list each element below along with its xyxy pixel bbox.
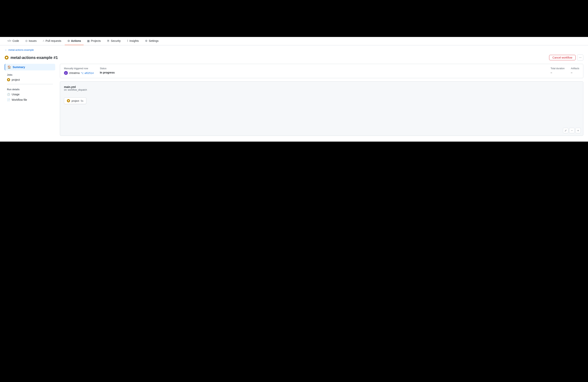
cancel-workflow-button[interactable]: Cancel workflow (549, 55, 576, 60)
nav-label-projects: Projects (91, 39, 101, 42)
trigger-label: Manually triggered now (64, 67, 94, 70)
artifacts-label: Artifacts (571, 67, 579, 70)
trigger-row: c ctreatma ⌥ af02514 (64, 71, 94, 75)
viz-job-status-indicator (67, 99, 70, 102)
security-icon: ⛨ (107, 39, 110, 42)
viz-job-time: 5s (81, 99, 84, 102)
artifacts-section: Artifacts – (571, 67, 579, 74)
viz-expand-button[interactable]: ⤢ (563, 128, 568, 133)
sidebar-item-summary[interactable]: 🏠 Summary (5, 64, 55, 70)
status-section: Status In progress (100, 67, 544, 74)
workflow-file-icon: 📄 (7, 98, 10, 101)
repo-nav: </> Code ⊙ Issues ⑃ Pull requests ⊙ Acti… (0, 37, 588, 45)
nav-item-settings[interactable]: ⚙ Settings (142, 37, 161, 45)
plus-icon: + (577, 129, 579, 132)
username: ctreatma (69, 71, 80, 74)
viz-controls: ⤢ − + (563, 128, 581, 133)
nav-item-actions[interactable]: ⊙ Actions (65, 37, 84, 45)
sidebar-summary-label: Summary (13, 65, 25, 69)
nav-item-code[interactable]: </> Code (5, 37, 22, 45)
sidebar-item-workflow-file[interactable]: 📄 Workflow file (5, 97, 55, 103)
sidebar-item-usage[interactable]: 🕐 Usage (5, 92, 55, 97)
nav-item-issues[interactable]: ⊙ Issues (22, 37, 39, 45)
sidebar-jobs-label: Jobs (5, 71, 55, 77)
breadcrumb[interactable]: ← metal-actions-example (5, 48, 583, 51)
nav-item-security[interactable]: ⛨ Security (104, 37, 124, 45)
artifacts-value: – (571, 71, 579, 74)
nav-item-pull-requests[interactable]: ⑃ Pull requests (40, 37, 64, 45)
github-page: </> Code ⊙ Issues ⑃ Pull requests ⊙ Acti… (0, 37, 588, 142)
page-title: metal-actions-example #1 (10, 55, 58, 60)
page-header: metal-actions-example #1 Cancel workflow… (0, 53, 588, 64)
pull-requests-icon: ⑃ (43, 39, 44, 42)
viz-zoom-out-button[interactable]: − (569, 128, 575, 133)
issues-icon: ⊙ (25, 39, 28, 42)
repo-name: metal-actions-example (10, 55, 53, 60)
nav-label-settings: Settings (149, 39, 159, 42)
duration-value: – (551, 71, 565, 74)
breadcrumb-area: ← metal-actions-example (0, 45, 588, 53)
breadcrumb-text: metal-actions-example (8, 48, 34, 51)
sidebar-workflow-file-label: Workflow file (12, 98, 27, 101)
sidebar-run-details-label: Run details (5, 86, 55, 92)
sidebar-divider (7, 84, 53, 84)
nav-label-security: Security (111, 39, 121, 42)
viz-header: main.yml on: workflow_dispatch (64, 85, 579, 91)
commit-ref-icon: ⌥ (81, 72, 84, 74)
nav-label-issues: Issues (29, 39, 37, 42)
more-options-icon: ··· (579, 56, 581, 59)
job-status-indicator (7, 78, 10, 81)
actions-icon: ⊙ (67, 39, 70, 42)
status-label: Status (100, 67, 544, 70)
breadcrumb-arrow: ← (5, 48, 7, 51)
info-card: Manually triggered now c ctreatma ⌥ af02… (60, 64, 583, 78)
commit-hash: af02514 (84, 72, 94, 74)
content-area: Manually triggered now c ctreatma ⌥ af02… (60, 64, 583, 137)
main-layout: 🏠 Summary Jobs project Run details 🕐 Usa… (0, 64, 588, 142)
commit-ref: ⌥ af02514 (81, 72, 94, 74)
header-actions: Cancel workflow ··· (549, 54, 583, 61)
sidebar-usage-label: Usage (12, 93, 20, 96)
clock-icon: 🕐 (7, 93, 10, 96)
info-card-grid: Manually triggered now c ctreatma ⌥ af02… (64, 67, 579, 75)
viz-subtitle: on: workflow_dispatch (64, 88, 579, 91)
nav-label-pull-requests: Pull requests (45, 39, 61, 42)
bottom-black-bar (0, 142, 588, 196)
duration-section: Total duration – (551, 67, 565, 74)
run-number: #1 (53, 55, 58, 60)
nav-item-projects[interactable]: ▦ Projects (84, 37, 104, 45)
top-black-bar (0, 0, 588, 37)
more-options-button[interactable]: ··· (577, 54, 583, 61)
nav-item-insights[interactable]: ⌇ Insights (124, 37, 142, 45)
avatar-initial: c (65, 72, 66, 74)
nav-label-insights: Insights (129, 39, 139, 42)
viz-job-label: project (72, 99, 79, 102)
duration-label: Total duration (551, 67, 565, 70)
sidebar-job-name: project (12, 78, 20, 81)
workflow-visualization-card: main.yml on: workflow_dispatch project 5… (60, 81, 583, 136)
page-title-area: metal-actions-example #1 (5, 55, 58, 60)
home-icon: 🏠 (7, 65, 11, 69)
insights-icon: ⌇ (127, 39, 128, 42)
expand-icon: ⤢ (565, 129, 567, 132)
viz-zoom-in-button[interactable]: + (575, 128, 581, 133)
nav-label-actions: Actions (71, 39, 81, 42)
minus-icon: − (571, 129, 573, 132)
avatar: c (64, 71, 68, 75)
sidebar-job-item-project[interactable]: project (5, 77, 55, 83)
run-status-indicator (5, 56, 9, 60)
trigger-section: Manually triggered now c ctreatma ⌥ af02… (64, 67, 94, 75)
code-icon: </> (7, 39, 11, 42)
nav-label-code: Code (12, 39, 19, 42)
projects-icon: ▦ (87, 39, 90, 42)
sidebar: 🏠 Summary Jobs project Run details 🕐 Usa… (5, 64, 55, 137)
viz-title: main.yml (64, 85, 579, 88)
status-value: In progress (100, 71, 544, 74)
settings-icon: ⚙ (145, 39, 147, 42)
viz-job-node-project[interactable]: project 5s (64, 97, 86, 104)
